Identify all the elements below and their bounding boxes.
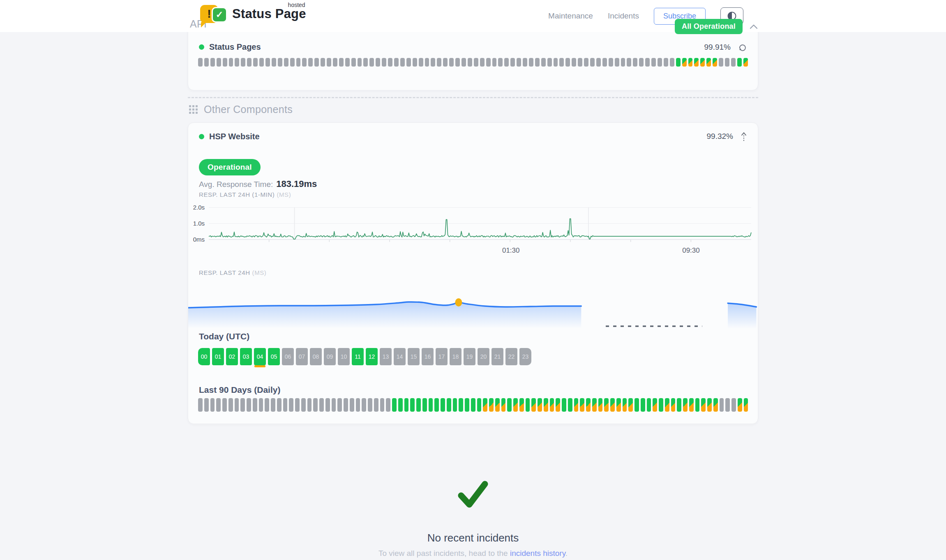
uptime-day-bar[interactable]: [416, 398, 421, 412]
uptime-day-bar[interactable]: [713, 398, 718, 412]
hour-cell[interactable]: 04: [254, 348, 266, 365]
uptime-day-bar[interactable]: [259, 58, 264, 67]
uptime-day-bar[interactable]: [682, 58, 687, 67]
uptime-day-bar[interactable]: [295, 398, 300, 412]
uptime-day-bar[interactable]: [380, 398, 385, 412]
uptime-day-bar[interactable]: [480, 58, 485, 67]
uptime-day-bar[interactable]: [459, 398, 463, 412]
uptime-day-bar[interactable]: [271, 398, 275, 412]
uptime-day-bar[interactable]: [688, 58, 693, 67]
uptime-day-bar[interactable]: [639, 58, 644, 67]
uptime-day-bar[interactable]: [623, 398, 627, 412]
uptime-day-bar[interactable]: [633, 58, 637, 67]
uptime-day-bar[interactable]: [344, 398, 348, 412]
uptime-day-bar[interactable]: [602, 58, 607, 67]
uptime-day-bar[interactable]: [400, 58, 405, 67]
uptime-day-bar[interactable]: [410, 398, 415, 412]
uptime-day-bar[interactable]: [265, 398, 269, 412]
uptime-day-bar[interactable]: [386, 398, 390, 412]
uptime-day-bar[interactable]: [198, 58, 203, 67]
uptime-day-bar[interactable]: [277, 398, 281, 412]
uptime-day-bar[interactable]: [369, 58, 374, 67]
uptime-day-bar[interactable]: [670, 58, 674, 67]
hour-cell[interactable]: 03: [240, 348, 252, 365]
uptime-day-bar[interactable]: [501, 398, 506, 412]
hour-cell[interactable]: 08: [310, 348, 322, 365]
uptime-day-bar[interactable]: [228, 398, 233, 412]
uptime-day-bar[interactable]: [455, 58, 460, 67]
collapse-up-icon[interactable]: [741, 131, 747, 142]
uptime-day-bar[interactable]: [744, 398, 748, 412]
uptime-day-bar[interactable]: [737, 58, 742, 67]
uptime-day-bar[interactable]: [519, 398, 524, 412]
uptime-day-bar[interactable]: [278, 58, 282, 67]
hour-cell[interactable]: 17: [436, 348, 448, 365]
uptime-day-bar[interactable]: [598, 398, 603, 412]
hour-cell[interactable]: 15: [408, 348, 420, 365]
uptime-day-bar[interactable]: [713, 58, 717, 67]
uptime-day-bar[interactable]: [339, 58, 344, 67]
uptime-day-bar[interactable]: [556, 398, 560, 412]
uptime-day-bar[interactable]: [449, 58, 454, 67]
uptime-day-bar[interactable]: [731, 58, 736, 67]
nav-incidents[interactable]: Incidents: [608, 12, 639, 21]
uptime-day-bar[interactable]: [694, 58, 699, 67]
uptime-day-bar[interactable]: [609, 58, 613, 67]
uptime-day-bar[interactable]: [235, 398, 239, 412]
uptime-day-bar[interactable]: [610, 398, 615, 412]
uptime-day-bar[interactable]: [565, 58, 570, 67]
hour-cell[interactable]: 09: [324, 348, 336, 365]
uptime-day-bar[interactable]: [356, 398, 360, 412]
uptime-day-bar[interactable]: [474, 58, 478, 67]
uptime-day-bar[interactable]: [621, 58, 625, 67]
uptime-day-bar[interactable]: [596, 58, 601, 67]
hour-cell[interactable]: 05: [268, 348, 280, 365]
uptime-day-bar[interactable]: [507, 398, 512, 412]
uptime-day-bar[interactable]: [253, 398, 257, 412]
incidents-history-link[interactable]: incidents history: [510, 549, 565, 558]
uptime-day-bar[interactable]: [541, 58, 546, 67]
uptime-day-bar[interactable]: [671, 398, 676, 412]
uptime-day-bar[interactable]: [615, 58, 619, 67]
uptime-day-bar[interactable]: [510, 58, 515, 67]
uptime-day-bar[interactable]: [731, 398, 736, 412]
hour-cell[interactable]: 18: [450, 348, 461, 365]
uptime-day-bar[interactable]: [584, 58, 588, 67]
hour-cell[interactable]: 02: [226, 348, 238, 365]
uptime-day-bar[interactable]: [707, 398, 712, 412]
uptime-day-bar[interactable]: [720, 398, 724, 412]
uptime-day-bar[interactable]: [604, 398, 609, 412]
uptime-day-bar[interactable]: [471, 398, 475, 412]
uptime-day-bar[interactable]: [443, 58, 448, 67]
uptime-day-bar[interactable]: [461, 58, 466, 67]
uptime-day-bar[interactable]: [388, 58, 392, 67]
uptime-day-bar[interactable]: [337, 398, 342, 412]
uptime-day-bar[interactable]: [345, 58, 350, 67]
uptime-day-bar[interactable]: [653, 398, 657, 412]
hour-cell[interactable]: 23: [519, 348, 531, 365]
uptime-day-bar[interactable]: [738, 398, 742, 412]
uptime-day-bar[interactable]: [253, 58, 258, 67]
uptime-day-bar[interactable]: [382, 58, 386, 67]
uptime-day-bar[interactable]: [437, 58, 441, 67]
uptime-day-bar[interactable]: [240, 398, 245, 412]
uptime-day-bar[interactable]: [314, 58, 319, 67]
uptime-day-bar[interactable]: [319, 398, 324, 412]
uptime-day-bar[interactable]: [332, 398, 336, 412]
refresh-icon[interactable]: [738, 43, 747, 51]
uptime-day-bar[interactable]: [547, 58, 552, 67]
uptime-day-bar[interactable]: [406, 58, 411, 67]
uptime-day-bar[interactable]: [572, 58, 576, 67]
uptime-day-bar[interactable]: [513, 398, 518, 412]
uptime-day-bar[interactable]: [301, 398, 306, 412]
uptime-day-bar[interactable]: [376, 58, 380, 67]
uptime-day-bar[interactable]: [743, 58, 748, 67]
hour-cell[interactable]: 14: [394, 348, 406, 365]
uptime-day-bar[interactable]: [198, 398, 203, 412]
uptime-day-bar[interactable]: [706, 58, 711, 67]
uptime-day-bar[interactable]: [447, 398, 451, 412]
uptime-day-bar[interactable]: [374, 398, 378, 412]
uptime-day-bar[interactable]: [265, 58, 270, 67]
uptime-day-bar[interactable]: [425, 58, 429, 67]
uptime-day-bar[interactable]: [486, 58, 491, 67]
